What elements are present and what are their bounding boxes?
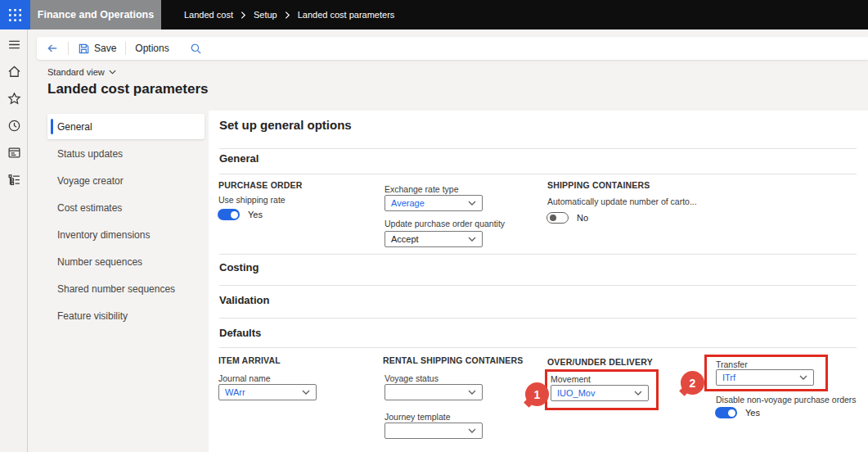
search-button[interactable] [178, 37, 214, 60]
section-header-validation[interactable]: Validation [219, 294, 269, 306]
journey-template-label: Journey template [385, 412, 451, 422]
disable-non-voyage-toggle-row: Yes [715, 407, 760, 418]
tab-label: Inventory dimensions [57, 229, 150, 241]
use-shipping-rate-label: Use shipping rate [218, 195, 286, 205]
left-navigation-rail [0, 29, 28, 452]
group-header-shipping-containers: SHIPPING CONTAINERS [547, 180, 650, 190]
section-header-general[interactable]: General [219, 152, 259, 165]
use-shipping-rate-toggle-row: Yes [218, 209, 263, 220]
group-header-over-under-delivery: OVER/UNDER DELIVERY [547, 357, 653, 367]
command-bar: Save Options [37, 37, 868, 60]
tab-voyage-creator[interactable]: Voyage creator [47, 168, 205, 193]
tab-label: Cost estimates [57, 202, 122, 214]
voyage-status-dropdown[interactable] [385, 384, 483, 400]
toggle-knob [550, 215, 556, 221]
back-button[interactable] [37, 37, 68, 60]
options-label: Options [135, 43, 169, 54]
annotation-number: 1 [534, 388, 541, 401]
auto-update-cartons-value: No [577, 213, 588, 223]
group-header-rental-shipping-containers: RENTAL SHIPPING CONTAINERS [383, 355, 523, 365]
view-selector[interactable]: Standard view [47, 67, 116, 77]
home-icon [7, 65, 21, 79]
journey-template-dropdown[interactable] [385, 423, 483, 439]
annotation-rectangle-1 [545, 369, 659, 410]
divider [219, 174, 857, 174]
tab-label: Feature visibility [57, 310, 128, 322]
home-button[interactable] [4, 61, 24, 81]
dropdown-value: Accept [391, 234, 419, 244]
use-shipping-rate-toggle[interactable] [218, 209, 240, 220]
expand-menu-button[interactable] [4, 34, 24, 54]
chevron-down-icon [302, 390, 310, 395]
favorites-button[interactable] [4, 88, 24, 108]
update-po-quantity-label: Update purchase order quantity [385, 219, 505, 228]
tab-label: Voyage creator [57, 175, 124, 187]
save-button[interactable]: Save [69, 37, 125, 60]
dropdown-value: Average [391, 198, 425, 208]
disable-non-voyage-label: Disable non-voyage purchase orders [716, 395, 857, 405]
star-icon [7, 92, 21, 106]
disable-non-voyage-toggle[interactable] [715, 407, 737, 418]
toggle-knob [231, 211, 238, 219]
breadcrumb-item-landed-cost[interactable]: Landed cost [184, 10, 233, 20]
save-icon [78, 43, 90, 55]
divider [219, 148, 857, 149]
tab-label: Shared number sequences [57, 283, 175, 295]
tab-feature-visibility[interactable]: Feature visibility [47, 303, 205, 328]
section-header-defaults[interactable]: Defaults [219, 327, 261, 339]
modules-button[interactable] [4, 170, 24, 189]
tab-label: General [57, 121, 92, 133]
annotation-number: 2 [690, 377, 696, 390]
exchange-rate-type-label: Exchange rate type [385, 184, 458, 194]
app-name: Finance and Operations [38, 9, 154, 20]
exchange-rate-type-dropdown[interactable]: Average [385, 195, 483, 211]
section-header-costing[interactable]: Costing [219, 261, 259, 273]
tab-inventory-dimensions[interactable]: Inventory dimensions [47, 222, 205, 247]
back-arrow-icon [46, 42, 59, 55]
tab-cost-estimates[interactable]: Cost estimates [47, 195, 205, 220]
toggle-knob [728, 409, 735, 417]
annotation-step-badge-1: 1 [525, 382, 549, 406]
view-selector-label: Standard view [47, 67, 105, 77]
tab-shared-number-sequences[interactable]: Shared number sequences [47, 276, 205, 301]
tab-label: Number sequences [57, 256, 142, 268]
dropdown-value: WArr [225, 387, 245, 397]
chevron-down-icon [468, 390, 476, 395]
hamburger-icon [7, 38, 21, 52]
chevron-down-icon [468, 237, 476, 242]
breadcrumb-item-setup[interactable]: Setup [254, 10, 277, 20]
save-label: Save [94, 43, 116, 54]
breadcrumb-chevron-icon [241, 11, 246, 20]
chevron-down-icon [468, 428, 476, 433]
breadcrumb-chevron-icon [285, 11, 290, 20]
page-title: Landed cost parameters [47, 81, 209, 97]
default-dashboard-button[interactable] [4, 142, 24, 162]
module-list-icon [7, 173, 21, 187]
options-button[interactable]: Options [126, 37, 178, 60]
update-po-quantity-dropdown[interactable]: Accept [385, 231, 483, 247]
breadcrumb: Landed cost Setup Landed cost parameters [184, 0, 394, 29]
recent-button[interactable] [4, 115, 24, 135]
annotation-rectangle-2 [704, 355, 828, 391]
content-heading: Set up general options [219, 118, 352, 132]
search-icon [190, 43, 202, 55]
journal-name-dropdown[interactable]: WArr [218, 384, 317, 400]
breadcrumb-item-landed-cost-parameters[interactable]: Landed cost parameters [298, 10, 395, 20]
dashboard-icon [7, 146, 21, 160]
tab-number-sequences[interactable]: Number sequences [47, 249, 205, 274]
auto-update-cartons-toggle-row: No [546, 212, 588, 224]
app-name-chip[interactable]: Finance and Operations [30, 0, 161, 29]
tab-status-updates[interactable]: Status updates [47, 141, 205, 166]
waffle-icon [9, 9, 21, 21]
app-launcher-button[interactable] [0, 0, 30, 29]
journal-name-label: Journal name [218, 373, 271, 383]
group-header-purchase-order: PURCHASE ORDER [218, 180, 303, 190]
divider [219, 318, 857, 319]
app-window: Finance and Operations Landed cost Setup… [0, 0, 868, 452]
tab-general[interactable]: General [47, 114, 205, 139]
auto-update-cartons-label: Automatically update number of carto... [547, 197, 697, 206]
group-header-item-arrival: ITEM ARRIVAL [218, 355, 281, 365]
auto-update-cartons-toggle[interactable] [546, 212, 569, 224]
tab-label: Status updates [57, 148, 123, 160]
chevron-down-icon [468, 201, 476, 206]
